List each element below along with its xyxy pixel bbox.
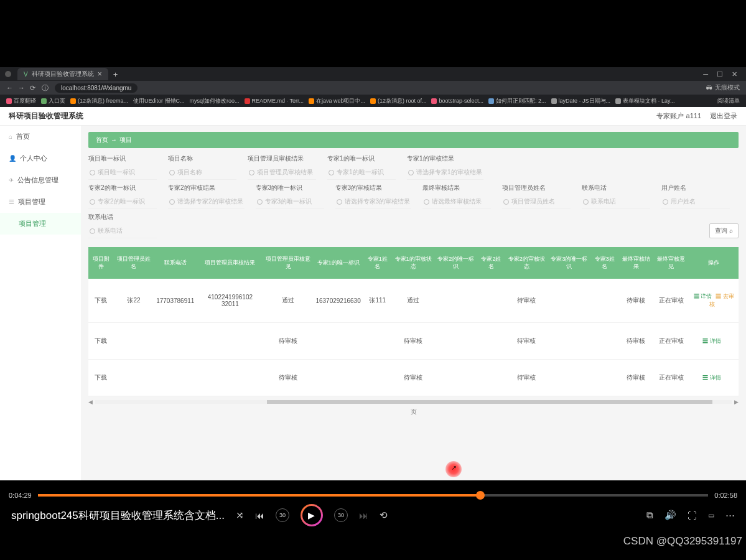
table-cell: 17703786911: [154, 279, 197, 323]
filter-input[interactable]: 请选择专家2的审核结果: [168, 195, 245, 209]
home-icon: ⌂: [9, 133, 12, 140]
table-cell[interactable]: 下载: [88, 360, 114, 396]
loop-icon[interactable]: ⟲: [380, 510, 388, 521]
bookmark-item[interactable]: 入口页: [41, 97, 65, 105]
detail-link[interactable]: ☰ 详情: [694, 293, 712, 299]
table-cell: [477, 360, 505, 396]
table-header: 操作: [689, 247, 739, 279]
filter-input[interactable]: 项目管理员姓名: [502, 195, 571, 209]
table-header: 联系电话: [154, 247, 197, 279]
table-cell: 张111: [363, 279, 392, 323]
reading-list[interactable]: 阅读清单: [717, 97, 740, 105]
bookmark-item[interactable]: README.md · Terr...: [245, 98, 304, 104]
site-info-icon[interactable]: ⓘ: [42, 83, 49, 93]
maximize-icon[interactable]: ☐: [717, 70, 723, 78]
filter-input[interactable]: 请选最终审核结果: [422, 195, 491, 209]
sidebar-item-project[interactable]: ☰项目管理: [0, 191, 81, 213]
bookmark-item[interactable]: layDate - JS日期与...: [551, 97, 611, 105]
sidebar-item-home[interactable]: ⌂首页: [0, 126, 81, 147]
filter-group: 项目名称项目名称: [168, 154, 236, 180]
close-icon[interactable]: ×: [98, 70, 102, 78]
cursor-highlight: [445, 461, 462, 477]
filter-row-1: 项目唯一标识项目唯一标识项目名称项目名称项目管理员审核结果项目管理员审核结果专家…: [88, 154, 739, 180]
table-cell: 待审核: [392, 360, 435, 396]
sidebar-item-profile[interactable]: 👤个人中心: [0, 147, 81, 169]
skip-back-icon[interactable]: 30: [276, 508, 289, 522]
filter-input[interactable]: 项目名称: [168, 166, 236, 180]
app-main: 科研项目验收管理系统 专家账户 a111 退出登录 ⌂首页 👤个人中心 ✈公告信…: [0, 107, 746, 480]
table-row: 下载待审核待审核待审核待审核正在审核☰ 详情: [88, 323, 739, 360]
forward-icon[interactable]: →: [18, 84, 25, 92]
table-cell: 待审核: [505, 323, 548, 360]
bookmark-item[interactable]: (12条消息) root of...: [370, 97, 427, 105]
prev-track-icon[interactable]: ⏮: [255, 510, 264, 521]
play-button[interactable]: ▶: [301, 504, 323, 526]
time-current: 0:04:29: [9, 492, 32, 499]
filter-group: 专家2的审核结果请选择专家2的审核结果: [168, 184, 245, 209]
close-window-icon[interactable]: ✕: [732, 70, 737, 78]
progress-bar[interactable]: [38, 494, 709, 497]
bookmark-item[interactable]: mysql如何修改roo...: [190, 97, 240, 105]
bookmark-item[interactable]: bootstrap-select...: [431, 98, 483, 104]
query-button[interactable]: 查询 ⌕: [709, 223, 739, 238]
table-cell: [197, 323, 263, 360]
filter-input[interactable]: 联系电话: [582, 195, 650, 209]
browser-tab[interactable]: V 科研项目验收管理系统 ×: [17, 68, 108, 80]
detail-link[interactable]: ☰ 详情: [702, 338, 721, 344]
skip-forward-icon[interactable]: 30: [334, 508, 348, 522]
bookmark-item[interactable]: (12条消息) freema...: [70, 97, 128, 105]
filter-input[interactable]: 请选择专家1的审核结果: [407, 166, 483, 180]
back-icon[interactable]: ←: [6, 84, 13, 92]
table-wrap: 项目附件项目管理员姓名联系电话项目管理员审核结果项目管理员审核意见专家1的唯一标…: [88, 247, 739, 419]
table-header: 专家2的唯一标识: [434, 247, 477, 279]
table-cell[interactable]: 下载: [88, 323, 114, 360]
logout-link[interactable]: 退出登录: [710, 111, 737, 121]
sidebar-item-project-sub[interactable]: 项目管理: [0, 213, 81, 235]
app-title: 科研项目验收管理系统: [9, 111, 83, 121]
next-track-icon[interactable]: ⏭: [359, 510, 368, 521]
sidebar-item-notice[interactable]: ✈公告信息管理: [0, 169, 81, 191]
filter-group: 项目管理员姓名项目管理员姓名: [502, 184, 571, 209]
video-title: springboot245科研项目验收管理系统含文档...: [11, 508, 225, 523]
filter-input[interactable]: 专家3的唯一标识: [256, 195, 324, 209]
player-controls: springboot245科研项目验收管理系统含文档... ⤨ ⏮ 30 ▶ 3…: [0, 499, 746, 531]
filter-input[interactable]: 联系电话: [88, 224, 157, 238]
filter-input[interactable]: 请选择专家3的审核结果: [335, 195, 412, 209]
horizontal-scrollbar[interactable]: ◀▶: [88, 399, 739, 405]
bookmark-item[interactable]: 如何用正则匹配: 2...: [488, 97, 546, 105]
table-header: 项目管理员审核意见: [263, 247, 313, 279]
filter-input[interactable]: 用户姓名: [661, 195, 730, 209]
volume-icon[interactable]: 🔊: [664, 510, 676, 521]
theater-icon[interactable]: ▭: [708, 511, 714, 520]
table-cell: [154, 360, 197, 396]
table-cell: [477, 279, 505, 323]
reload-icon[interactable]: ⟳: [30, 84, 35, 92]
bookmark-item[interactable]: 使用UEditor 报错C...: [133, 97, 185, 105]
incognito-icon: 🕶: [706, 85, 712, 91]
filter-group: 用户姓名用户姓名: [661, 184, 730, 209]
more-icon[interactable]: ⋯: [725, 510, 735, 521]
pip-icon[interactable]: ⧉: [646, 510, 653, 521]
table-header: 项目管理员审核结果: [197, 247, 263, 279]
table-cell[interactable]: 下载: [88, 279, 114, 323]
shuffle-icon[interactable]: ⤨: [236, 510, 244, 521]
bookmark-item[interactable]: 在java web项目中...: [309, 97, 365, 105]
filter-row-2: 专家2的唯一标识专家2的唯一标识专家2的审核结果请选择专家2的审核结果专家3的唯…: [88, 184, 739, 238]
bookmark-item[interactable]: 表单模块文档 - Lay...: [615, 97, 674, 105]
review-link[interactable]: ☰ 去审核: [709, 293, 734, 307]
filter-label: 联系电话: [88, 213, 157, 222]
filter-input[interactable]: 项目管理员审核结果: [248, 166, 316, 180]
detail-link[interactable]: ☰ 详情: [702, 375, 721, 381]
filter-input[interactable]: 专家1的唯一标识: [327, 166, 396, 180]
url-input[interactable]: localhost:8081/#/xiangmu: [55, 83, 138, 93]
fullscreen-icon[interactable]: ⛶: [688, 510, 697, 521]
minimize-icon[interactable]: ─: [703, 70, 708, 78]
bookmark-item[interactable]: 百度翻译: [6, 97, 36, 105]
new-tab-button[interactable]: +: [113, 70, 118, 79]
filter-input[interactable]: 专家2的唯一标识: [88, 195, 157, 209]
progress-bar-row: 0:04:29 0:02:58: [0, 485, 746, 499]
filter-input[interactable]: 项目唯一标识: [88, 166, 157, 180]
table-header: 最终审核意见: [654, 247, 689, 279]
table-cell: 张22: [114, 279, 154, 323]
filter-group: 项目管理员审核结果项目管理员审核结果: [248, 154, 316, 180]
